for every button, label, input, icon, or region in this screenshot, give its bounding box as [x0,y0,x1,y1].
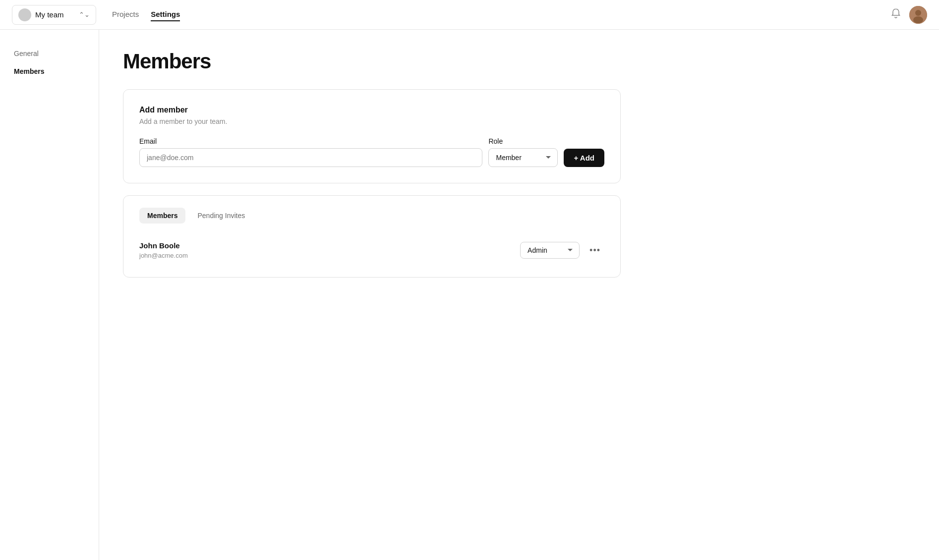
tab-members[interactable]: Members [139,208,185,224]
tab-pending-invites[interactable]: Pending Invites [189,208,253,224]
add-member-form: Email Role Member Admin Viewer + Add [139,137,604,167]
member-info: John Boole john@acme.com [139,241,188,259]
role-label: Role [488,137,558,145]
chevron-icon: ⌃⌄ [79,11,90,18]
main-content: Members Add member Add a member to your … [99,30,645,560]
members-tabs: Members Pending Invites [139,208,604,224]
member-name: John Boole [139,241,188,250]
bell-icon [890,8,901,19]
add-member-card: Add member Add a member to your team. Em… [123,89,621,183]
svg-point-2 [913,16,923,23]
email-group: Email [139,137,482,167]
top-nav: My team ⌃⌄ Projects Settings [0,0,939,30]
sidebar-item-general[interactable]: General [8,46,91,61]
nav-left: My team ⌃⌄ Projects Settings [12,5,180,25]
member-email: john@acme.com [139,252,188,259]
table-row: John Boole john@acme.com Admin Member Vi… [139,235,604,265]
main-layout: General Members Members Add member Add a… [0,30,939,560]
tab-settings[interactable]: Settings [151,8,180,21]
role-group: Role Member Admin Viewer [488,137,558,167]
svg-point-1 [915,10,921,16]
tab-projects[interactable]: Projects [112,8,139,21]
team-avatar [18,8,31,21]
page-title: Members [123,50,621,73]
user-avatar-img [909,6,927,24]
team-selector[interactable]: My team ⌃⌄ [12,5,96,25]
email-label: Email [139,137,482,145]
team-selector-inner: My team [18,8,64,21]
sidebar-item-members[interactable]: Members [8,63,91,79]
team-name: My team [35,10,64,19]
sidebar: General Members [0,30,99,560]
notification-bell-button[interactable] [890,8,901,21]
add-member-desc: Add a member to your team. [139,117,604,125]
nav-right [890,6,927,24]
member-role-select[interactable]: Admin Member Viewer [520,242,580,259]
members-list-card: Members Pending Invites John Boole john@… [123,195,621,278]
role-select[interactable]: Member Admin Viewer [488,148,558,167]
add-member-button[interactable]: + Add [564,149,604,167]
user-avatar[interactable] [909,6,927,24]
member-more-button[interactable]: ••• [586,243,604,258]
member-actions: Admin Member Viewer ••• [520,242,604,259]
nav-tabs: Projects Settings [112,8,180,21]
add-member-title: Add member [139,106,604,114]
email-input[interactable] [139,148,482,167]
